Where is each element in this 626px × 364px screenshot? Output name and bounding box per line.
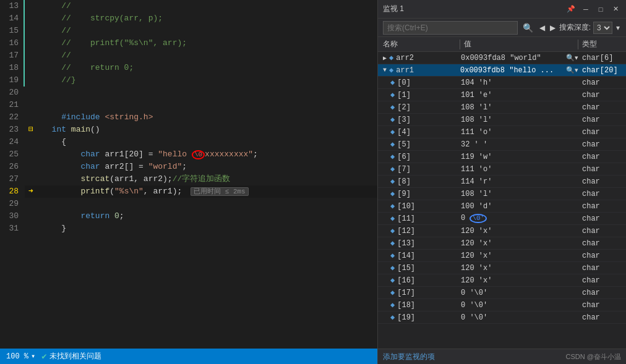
code-line-13: 13 // xyxy=(0,0,377,12)
row-type-18: char xyxy=(580,301,626,310)
cube-8: ◆ xyxy=(390,177,395,186)
row-name-4: ◆ [4] xyxy=(378,127,458,137)
cube-1: ◆ xyxy=(390,90,395,99)
watch-row-3[interactable]: ◆ [3] 108 'l' char xyxy=(378,114,626,126)
watch-row-19[interactable]: ◆ [19] 0 '\0' char xyxy=(378,311,626,324)
pin-button[interactable]: 📌 xyxy=(565,4,577,15)
row-name-3: ◆ [3] xyxy=(378,115,458,124)
expand-icon-arr2[interactable]: ▶ xyxy=(383,54,387,62)
search-input[interactable] xyxy=(383,21,518,35)
magnify-arr2[interactable]: 🔍▾ xyxy=(565,54,580,62)
watch-row-arr2[interactable]: ▶ ◆ arr2 0x0093fda8 "world" 🔍▾ char[6] xyxy=(378,52,626,64)
code-content-17: // xyxy=(37,49,377,62)
row-name-1: ◆ [1] xyxy=(378,90,458,99)
row-value-18: 0 '\0' xyxy=(458,301,580,310)
arrow-23: ⊟ xyxy=(25,124,37,136)
watch-row-14[interactable]: ◆ [14] 120 'x' char xyxy=(378,250,626,262)
row-type-11: char xyxy=(580,214,626,223)
row-type-1: char xyxy=(580,91,626,99)
row-value-7: 111 'o' xyxy=(458,165,580,174)
status-check-icon: ✔ xyxy=(41,351,46,362)
watch-row-10[interactable]: ◆ [10] 100 'd' char xyxy=(378,200,626,213)
watch-row-0[interactable]: ◆ [0] 104 'h' char xyxy=(378,77,626,89)
cube-14: ◆ xyxy=(390,251,395,260)
row-name-12: ◆ [12] xyxy=(378,226,458,235)
code-line-16: 16 // printf("%s\n", arr); xyxy=(0,37,377,49)
minimize-button[interactable]: ─ xyxy=(580,4,591,15)
nav-forward-button[interactable]: ▶ xyxy=(549,23,557,32)
zoom-dropdown-icon[interactable]: ▾ xyxy=(31,352,35,361)
row-value-14: 120 'x' xyxy=(458,252,580,260)
row-type-14: char xyxy=(580,252,626,260)
row-value-4: 111 'o' xyxy=(458,128,580,137)
line-number-30: 30 xyxy=(0,210,25,222)
cube-7: ◆ xyxy=(390,164,395,174)
search-bar: 🔍 ◀ ▶ 搜索深度: 3 1 2 4 5 ▾ xyxy=(378,19,626,37)
row-name-13: ◆ [13] xyxy=(378,239,458,248)
watch-row-12[interactable]: ◆ [12] 120 'x' char xyxy=(378,225,626,237)
cube-4: ◆ xyxy=(390,127,395,137)
code-line-15: 15 // xyxy=(0,25,377,37)
watch-row-15[interactable]: ◆ [15] 120 'x' char xyxy=(378,262,626,274)
nav-back-button[interactable]: ◀ xyxy=(538,23,546,32)
header-value: 值 xyxy=(461,39,577,49)
row-type-6: char xyxy=(580,153,626,161)
code-content-28: printf("%s\n", arr1); 已用时间 ≤ 2ms xyxy=(37,185,377,198)
code-content-16: // printf("%s\n", arr); xyxy=(37,37,377,49)
code-content-23: int main() xyxy=(37,124,377,136)
line-number-24: 24 xyxy=(0,136,25,148)
watch-row-16[interactable]: ◆ [16] 120 'x' char xyxy=(378,274,626,287)
depth-select[interactable]: 3 1 2 4 5 xyxy=(593,22,612,34)
add-watch-link[interactable]: 添加要监视的项 xyxy=(383,352,435,362)
time-badge: 已用时间 ≤ 2ms xyxy=(191,187,249,196)
watch-row-2[interactable]: ◆ [2] 108 'l' char xyxy=(378,101,626,114)
row-type-12: char xyxy=(580,227,626,235)
depth-dropdown-button[interactable]: ▾ xyxy=(615,23,621,32)
row-type-13: char xyxy=(580,239,626,248)
watch-row-18[interactable]: ◆ [18] 0 '\0' char xyxy=(378,299,626,311)
code-content-24: { xyxy=(37,136,377,148)
zoom-control[interactable]: 100 % ▾ xyxy=(6,352,35,361)
watch-row-5[interactable]: ◆ [5] 32 ' ' char xyxy=(378,138,626,151)
code-line-17: 17 // xyxy=(0,49,377,62)
row-name-5: ◆ [5] xyxy=(378,140,458,149)
watch-row-11[interactable]: ◆ [11] 0 \0' char xyxy=(378,213,626,225)
line-number-23: 23 xyxy=(0,124,25,136)
watch-row-13[interactable]: ◆ [13] 120 'x' char xyxy=(378,237,626,250)
watch-row-17[interactable]: ◆ [17] 0 '\0' char xyxy=(378,287,626,299)
watch-footer: 添加要监视的项 CSDN @奋斗小温 xyxy=(378,349,626,364)
magnify-arr1[interactable]: 🔍▾ xyxy=(565,66,580,74)
cube-5: ◆ xyxy=(390,140,395,149)
row-name-10: ◆ [10] xyxy=(378,201,458,211)
line-number-25: 25 xyxy=(0,148,25,161)
watch-row-6[interactable]: ◆ [6] 119 'w' char xyxy=(378,151,626,163)
line-number-15: 15 xyxy=(0,25,25,37)
watch-row-8[interactable]: ◆ [8] 114 'r' char xyxy=(378,176,626,188)
row-type-17: char xyxy=(580,289,626,297)
watch-row-4[interactable]: ◆ [4] 111 'o' char xyxy=(378,126,626,138)
row-value-3: 108 'l' xyxy=(458,116,580,124)
search-button[interactable]: 🔍 xyxy=(520,23,536,33)
code-content-31: } xyxy=(37,222,377,235)
restore-button[interactable]: □ xyxy=(595,4,606,15)
code-area: 13 // 14 // strcpy(arr, p); 15 // 16 // … xyxy=(0,0,377,349)
row-type-15: char xyxy=(580,264,626,273)
cube-0: ◆ xyxy=(390,78,395,87)
watch-row-9[interactable]: ◆ [9] 108 'l' char xyxy=(378,188,626,200)
row-name-17: ◆ [17] xyxy=(378,288,458,297)
row-value-15: 120 'x' xyxy=(458,264,580,273)
row-name-9: ◆ [9] xyxy=(378,189,458,198)
row-value-11: 0 \0' xyxy=(458,214,580,223)
expand-icon-arr1[interactable]: ▼ xyxy=(383,67,387,74)
row-value-5: 32 ' ' xyxy=(458,140,580,149)
row-type-2: char xyxy=(580,103,626,112)
watch-row-1[interactable]: ◆ [1] 101 'e' char xyxy=(378,89,626,101)
line-number-27: 27 xyxy=(0,173,25,185)
cube-3: ◆ xyxy=(390,115,395,124)
code-line-27: 27 strcat(arr1, arr2);//字符追加函数 xyxy=(0,173,377,185)
row-name-11: ◆ [11] xyxy=(378,214,458,223)
watch-row-arr1[interactable]: ▼ ◆ arr1 0x0093fdb8 "hello ... 🔍▾ char[2… xyxy=(378,64,626,77)
watch-row-7[interactable]: ◆ [7] 111 'o' char xyxy=(378,163,626,176)
row-value-19: 0 '\0' xyxy=(458,313,580,322)
close-button[interactable]: ✕ xyxy=(610,4,621,15)
